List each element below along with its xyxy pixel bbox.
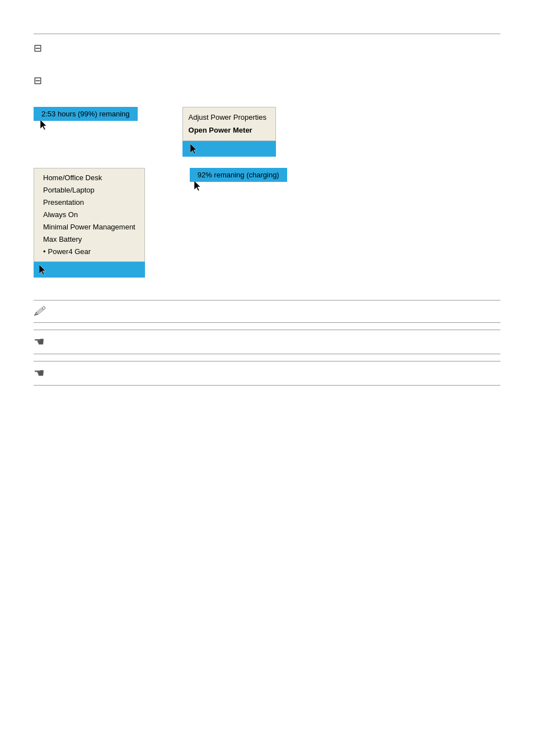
scheme-home-office[interactable]: Home/Office Desk xyxy=(43,172,135,184)
scheme-menu: Home/Office Desk Portable/Laptop Present… xyxy=(34,168,145,262)
cursor-svg-1 xyxy=(40,120,48,130)
charging-cursor-row xyxy=(190,181,202,189)
scheme-cursor xyxy=(39,265,47,276)
svg-marker-3 xyxy=(194,181,200,191)
battery-tooltip-panel: 2:53 hours (99%) remaning xyxy=(34,107,138,128)
right-menu-cursor xyxy=(190,144,198,156)
scheme-portable[interactable]: Portable/Laptop xyxy=(43,184,135,196)
battery-cursor xyxy=(40,120,48,128)
right-menu: Adjust Power Properties Open Power Meter xyxy=(182,107,276,141)
hand-icon-2: ☚ xyxy=(34,366,50,381)
charging-tooltip-bar: 92% remaning (charging) xyxy=(190,168,287,182)
battery-icon-row-1: ⊟ xyxy=(34,42,500,58)
pencil-icon: 🖉 xyxy=(34,305,50,318)
battery-icon-row-2: ⊟ xyxy=(34,74,500,90)
scheme-blue-bar xyxy=(34,262,145,278)
cursor-svg-2 xyxy=(190,144,198,154)
bottom-sections: 🖉 ☚ ☚ xyxy=(34,300,500,386)
open-power-meter-item[interactable]: Open Power Meter xyxy=(189,124,266,137)
scheme-presentation[interactable]: Presentation xyxy=(43,196,135,209)
charging-cursor xyxy=(194,181,202,189)
page: ⊟ ⊟ 2:53 hours (99%) remaning Adjust Pow… xyxy=(0,0,534,756)
battery-icon-2: ⊟ xyxy=(34,74,42,87)
context-menu-panel: Adjust Power Properties Open Power Meter xyxy=(182,107,276,157)
svg-marker-0 xyxy=(40,120,46,130)
screenshots-second-row: Home/Office Desk Portable/Laptop Present… xyxy=(34,168,500,278)
battery-cursor-row xyxy=(34,120,48,128)
charging-tooltip-panel: 92% remaning (charging) xyxy=(190,168,287,189)
svg-marker-2 xyxy=(39,265,45,275)
scheme-max-battery[interactable]: Max Battery xyxy=(43,233,135,246)
svg-marker-1 xyxy=(190,144,196,154)
hand-icon-1: ☚ xyxy=(34,335,50,349)
battery-tooltip-text: 2:53 hours (99%) remaning xyxy=(34,107,138,121)
scheme-power4gear[interactable]: Power4 Gear xyxy=(43,246,135,258)
scheme-always-on[interactable]: Always On xyxy=(43,209,135,221)
bottom-hand-row-1: ☚ xyxy=(34,330,500,354)
bottom-hand-row-2: ☚ xyxy=(34,361,500,386)
screenshots-top-row: 2:53 hours (99%) remaning Adjust Power P… xyxy=(34,107,500,157)
cursor-svg-4 xyxy=(194,181,202,191)
cursor-svg-3 xyxy=(39,265,47,275)
bottom-pencil-row: 🖉 xyxy=(34,300,500,323)
charging-tooltip-text: 92% remaning (charging) xyxy=(190,168,287,182)
adjust-power-item[interactable]: Adjust Power Properties xyxy=(189,111,266,124)
top-divider xyxy=(34,34,500,34)
right-menu-blue-bar xyxy=(182,141,276,157)
scheme-minimal[interactable]: Minimal Power Management xyxy=(43,221,135,233)
battery-tooltip-bar: 2:53 hours (99%) remaning xyxy=(34,107,138,121)
scheme-dropdown-panel: Home/Office Desk Portable/Laptop Present… xyxy=(34,168,145,278)
battery-icon-1: ⊟ xyxy=(34,42,42,54)
